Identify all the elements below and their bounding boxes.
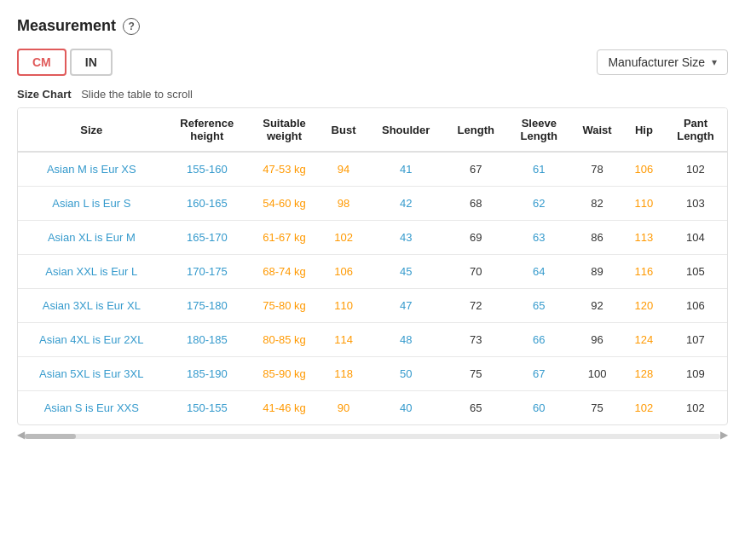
cell-ref-height: 185-190 (165, 357, 249, 391)
scrollbar-track[interactable] (25, 434, 720, 439)
table-row: Asian L is Eur S160-16554-60 kg984268628… (18, 187, 727, 221)
cell-waist: 86 (570, 221, 624, 255)
header-pant-length: PantLength (664, 108, 727, 152)
header-bust: Bust (320, 108, 367, 152)
cell-hip: 116 (624, 255, 664, 289)
cell-length: 75 (444, 357, 507, 391)
cell-suitable-weight: 54-60 kg (249, 187, 320, 221)
cell-pant-length: 109 (664, 357, 727, 391)
cell-suitable-weight: 80-85 kg (249, 323, 320, 357)
cell-ref-height: 180-185 (165, 323, 249, 357)
cell-shoulder: 40 (367, 391, 444, 425)
cell-ref-height: 155-160 (165, 152, 249, 187)
cell-bust: 106 (320, 255, 367, 289)
table-row: Asian XXL is Eur L170-17568-74 kg1064570… (18, 255, 727, 289)
cell-hip: 113 (624, 221, 664, 255)
scrollbar-area[interactable]: ◀ ▶ (17, 429, 728, 441)
cell-length: 70 (444, 255, 507, 289)
cell-hip: 106 (624, 152, 664, 187)
cell-bust: 90 (320, 391, 367, 425)
header-size: Size (18, 108, 165, 152)
cell-pant-length: 102 (664, 152, 727, 187)
cell-ref-height: 170-175 (165, 255, 249, 289)
cell-size: Asian XL is Eur M (18, 221, 165, 255)
scroll-hint: Slide the table to scroll (81, 88, 193, 101)
table-row: Asian XL is Eur M165-17061-67 kg10243696… (18, 221, 727, 255)
cell-suitable-weight: 68-74 kg (249, 255, 320, 289)
cell-pant-length: 105 (664, 255, 727, 289)
cell-waist: 96 (570, 323, 624, 357)
cell-waist: 92 (570, 289, 624, 323)
measurement-title: Measurement (17, 17, 116, 35)
cell-waist: 82 (570, 187, 624, 221)
table-row: Asian M is Eur XS155-16047-53 kg94416761… (18, 152, 727, 187)
dropdown-arrow-icon: ▾ (712, 56, 717, 68)
cell-bust: 102 (320, 221, 367, 255)
cell-suitable-weight: 47-53 kg (249, 152, 320, 187)
header-length: Length (444, 108, 507, 152)
cell-bust: 114 (320, 323, 367, 357)
cell-length: 73 (444, 323, 507, 357)
cell-sleeve-length: 60 (507, 391, 570, 425)
cell-length: 67 (444, 152, 507, 187)
cell-hip: 110 (624, 187, 664, 221)
cell-ref-height: 150-155 (165, 391, 249, 425)
cell-shoulder: 50 (367, 357, 444, 391)
cell-shoulder: 42 (367, 187, 444, 221)
cell-length: 72 (444, 289, 507, 323)
header-suitable-weight: Suitableweight (249, 108, 320, 152)
cell-shoulder: 41 (367, 152, 444, 187)
cell-shoulder: 43 (367, 221, 444, 255)
cell-sleeve-length: 64 (507, 255, 570, 289)
header-ref-height: Referenceheight (165, 108, 249, 152)
manufacturer-size-dropdown[interactable]: Manufacturer Size ▾ (597, 49, 728, 75)
cell-pant-length: 106 (664, 289, 727, 323)
manufacturer-dropdown-label: Manufacturer Size (608, 55, 705, 69)
cell-shoulder: 48 (367, 323, 444, 357)
cell-size: Asian 4XL is Eur 2XL (18, 323, 165, 357)
header-sleeve-length: SleeveLength (507, 108, 570, 152)
scrollbar-thumb[interactable] (25, 434, 76, 439)
table-row: Asian 5XL is Eur 3XL185-19085-90 kg11850… (18, 357, 727, 391)
cell-bust: 110 (320, 289, 367, 323)
cell-sleeve-length: 61 (507, 152, 570, 187)
unit-buttons: CM IN (17, 49, 113, 76)
cell-hip: 124 (624, 323, 664, 357)
cell-ref-height: 165-170 (165, 221, 249, 255)
cell-ref-height: 175-180 (165, 289, 249, 323)
cell-waist: 89 (570, 255, 624, 289)
cell-size: Asian S is Eur XXS (18, 391, 165, 425)
cell-length: 65 (444, 391, 507, 425)
table-row: Asian 4XL is Eur 2XL180-18580-85 kg11448… (18, 323, 727, 357)
table-row: Asian 3XL is Eur XL175-18075-80 kg110477… (18, 289, 727, 323)
cell-length: 69 (444, 221, 507, 255)
cell-sleeve-length: 63 (507, 221, 570, 255)
cell-size: Asian M is Eur XS (18, 152, 165, 187)
header-hip: Hip (624, 108, 664, 152)
cell-bust: 94 (320, 152, 367, 187)
cell-suitable-weight: 85-90 kg (249, 357, 320, 391)
cell-pant-length: 104 (664, 221, 727, 255)
cell-bust: 98 (320, 187, 367, 221)
size-table-wrapper: Size Referenceheight Suitableweight Bust… (17, 107, 728, 425)
scroll-left-icon[interactable]: ◀ (17, 429, 25, 441)
cell-size: Asian XXL is Eur L (18, 255, 165, 289)
table-header-row: Size Referenceheight Suitableweight Bust… (18, 108, 727, 152)
cell-hip: 128 (624, 357, 664, 391)
in-button[interactable]: IN (70, 49, 113, 76)
cell-waist: 100 (570, 357, 624, 391)
scroll-right-icon[interactable]: ▶ (720, 429, 728, 441)
help-icon[interactable]: ? (123, 18, 140, 35)
cell-sleeve-length: 67 (507, 357, 570, 391)
cell-waist: 78 (570, 152, 624, 187)
page-title: Measurement ? (17, 17, 728, 35)
cell-pant-length: 102 (664, 391, 727, 425)
cell-suitable-weight: 61-67 kg (249, 221, 320, 255)
cell-suitable-weight: 75-80 kg (249, 289, 320, 323)
cell-shoulder: 47 (367, 289, 444, 323)
cell-length: 68 (444, 187, 507, 221)
cell-bust: 118 (320, 357, 367, 391)
cell-suitable-weight: 41-46 kg (249, 391, 320, 425)
cm-button[interactable]: CM (17, 49, 66, 76)
header-waist: Waist (570, 108, 624, 152)
